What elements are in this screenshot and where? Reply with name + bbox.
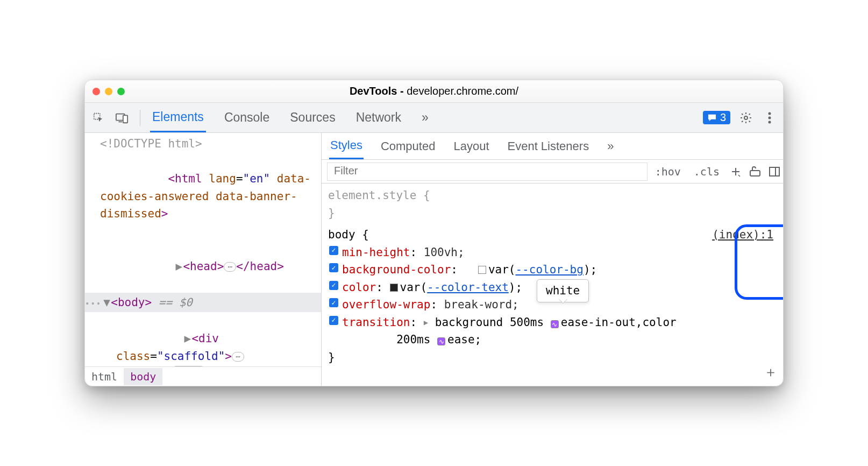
- prop-transition[interactable]: transition: ▶ background 500ms ∿ease-in-…: [328, 314, 779, 349]
- bezier-icon[interactable]: ∿: [437, 337, 445, 345]
- expand-shorthand-icon[interactable]: ▶: [424, 317, 428, 329]
- color-swatch-icon[interactable]: [478, 266, 486, 274]
- css-var-link[interactable]: --color-text: [427, 281, 509, 294]
- filter-input[interactable]: [327, 163, 648, 181]
- add-property-icon[interactable]: ＋: [764, 361, 778, 383]
- prop-checkbox[interactable]: [329, 316, 338, 325]
- svg-rect-7: [750, 171, 760, 176]
- source-link[interactable]: (index):1: [712, 226, 773, 244]
- subtab-styles[interactable]: Styles: [329, 133, 364, 159]
- prop-checkbox[interactable]: [329, 246, 338, 255]
- expand-icon[interactable]: ▶: [175, 258, 183, 276]
- collapse-icon[interactable]: ▼: [103, 294, 111, 312]
- styles-panel: Styles Computed Layout Event Listeners »…: [322, 133, 783, 386]
- hov-toggle[interactable]: :hov: [650, 164, 686, 179]
- window-title: DevTools - developer.chrome.com/: [85, 85, 783, 97]
- prop-checkbox[interactable]: [329, 281, 338, 290]
- value-tooltip: white: [537, 279, 589, 302]
- devtools-window: DevTools - developer.chrome.com/ Element…: [84, 80, 784, 386]
- head-node[interactable]: ▶<head>⋯</head>: [89, 240, 321, 293]
- tab-elements[interactable]: Elements: [150, 103, 206, 132]
- computed-sidebar-toggle-icon[interactable]: [766, 163, 783, 180]
- color-swatch-icon[interactable]: [390, 284, 398, 292]
- bezier-icon[interactable]: ∿: [551, 320, 559, 328]
- div-scaffold-node[interactable]: ▶<div class="scaffold">⋯ </div>grid: [89, 312, 321, 366]
- elements-panel: <!DOCTYPE html> <html lang="en" data-coo…: [85, 133, 322, 386]
- subtab-computed[interactable]: Computed: [380, 133, 437, 159]
- breadcrumb: html body: [85, 366, 321, 386]
- body-selector[interactable]: body {: [328, 228, 369, 241]
- filter-field[interactable]: [333, 164, 642, 178]
- new-style-rule-icon[interactable]: [727, 163, 744, 180]
- issues-badge[interactable]: 3: [703, 111, 730, 124]
- body-node-selected[interactable]: •••▼<body> == $0: [85, 293, 321, 313]
- styles-rules[interactable]: element.style { } body { (index):1 min-h…: [322, 183, 783, 386]
- expand-icon[interactable]: ▶: [184, 330, 191, 348]
- dom-tree[interactable]: <!DOCTYPE html> <html lang="en" data-coo…: [85, 133, 321, 366]
- inspect-icon[interactable]: [90, 110, 106, 126]
- tabs-overflow[interactable]: »: [419, 103, 431, 132]
- subtab-event-listeners[interactable]: Event Listeners: [507, 133, 590, 159]
- svg-point-6: [769, 121, 771, 123]
- doctype-node[interactable]: <!DOCTYPE html>: [89, 135, 321, 153]
- settings-icon[interactable]: [738, 110, 754, 126]
- rendering-emulations-icon[interactable]: [746, 163, 764, 180]
- prop-min-height[interactable]: min-height: 100vh;: [328, 244, 779, 262]
- tab-sources[interactable]: Sources: [288, 103, 337, 132]
- css-var-link[interactable]: --color-bg: [515, 263, 583, 276]
- main-tabs: Elements Console Sources Network »: [150, 103, 431, 132]
- subtab-layout[interactable]: Layout: [452, 133, 490, 159]
- prop-background-color[interactable]: background-color: var(--color-bg);: [328, 261, 779, 279]
- prop-checkbox[interactable]: [329, 263, 338, 272]
- more-icon[interactable]: [762, 110, 778, 126]
- tab-network[interactable]: Network: [354, 103, 403, 132]
- svg-point-4: [769, 112, 771, 115]
- device-toggle-icon[interactable]: [114, 110, 130, 126]
- titlebar: DevTools - developer.chrome.com/: [85, 80, 783, 103]
- svg-rect-2: [123, 115, 127, 123]
- html-node[interactable]: <html lang="en" data-cookies-answered da…: [89, 153, 321, 241]
- styles-subtabs: Styles Computed Layout Event Listeners »: [322, 133, 783, 160]
- node-menu-icon[interactable]: •••: [85, 299, 102, 308]
- svg-point-5: [769, 116, 771, 119]
- main-toolbar: Elements Console Sources Network » 3: [85, 103, 783, 133]
- styles-filter-bar: :hov .cls: [322, 160, 783, 183]
- cls-toggle[interactable]: .cls: [688, 164, 725, 179]
- crumb-body[interactable]: body: [124, 368, 162, 385]
- prop-checkbox[interactable]: [329, 298, 338, 307]
- crumb-html[interactable]: html: [85, 368, 124, 385]
- svg-rect-8: [770, 167, 779, 176]
- tab-console[interactable]: Console: [222, 103, 272, 132]
- svg-point-3: [744, 116, 748, 119]
- separator: [140, 110, 140, 126]
- element-style-selector[interactable]: element.style {: [328, 189, 430, 202]
- subtabs-overflow[interactable]: »: [606, 133, 615, 159]
